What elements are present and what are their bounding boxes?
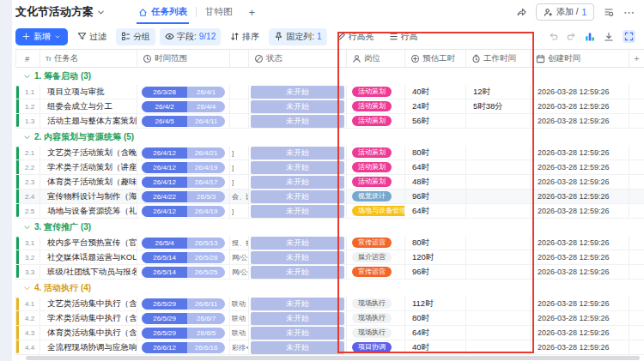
column-header-role[interactable]: 岗位 xyxy=(347,50,405,67)
cell-work-time[interactable] xyxy=(466,175,531,190)
cell-role[interactable]: 活动策划 xyxy=(347,160,405,175)
cell-role[interactable]: 现场执行 xyxy=(347,311,405,326)
add-view-button[interactable]: + xyxy=(241,6,264,19)
cell-status[interactable]: 未开始 xyxy=(249,114,347,129)
redo-button[interactable] xyxy=(567,32,576,41)
cell-date-range[interactable]: 26/4/1226/4/17 xyxy=(137,175,230,190)
cell-status[interactable]: 未开始 xyxy=(249,190,347,204)
cell-task-name[interactable]: 校内多平台预热宣传（官... xyxy=(40,236,137,250)
pin-columns-button[interactable]: 固定列: 1 xyxy=(269,28,326,45)
cell-estimated-hours[interactable]: 24时 xyxy=(405,99,466,114)
cell-role[interactable]: 活动策划 xyxy=(347,85,405,99)
cell-role[interactable]: 视觉设计 xyxy=(347,190,405,204)
cell-estimated-hours[interactable]: 40时 xyxy=(405,340,466,355)
cell-work-time[interactable] xyxy=(466,204,531,219)
cell-estimated-hours[interactable]: 64时 xyxy=(405,204,466,219)
cell-task-name[interactable]: 宣传物料设计与制作（海... xyxy=(40,190,137,204)
cell-estimated-hours[interactable]: 112时 xyxy=(405,297,466,311)
fullscreen-button[interactable] xyxy=(623,30,635,43)
cell-row-number[interactable]: 4.1 xyxy=(16,297,40,311)
cell-estimated-hours[interactable]: 64时 xyxy=(405,326,466,340)
cell-task-name[interactable]: 文艺类活动集中执行（含... xyxy=(40,297,137,311)
cell-created-time[interactable]: 2026-03-28 12:59:26 xyxy=(531,85,629,99)
cell-extra-text[interactable]: ] xyxy=(230,175,249,190)
cell-row-number[interactable]: 2.5 xyxy=(16,204,40,219)
cell-work-time[interactable] xyxy=(466,250,531,265)
cell-status[interactable]: 未开始 xyxy=(249,236,347,250)
cell-estimated-hours[interactable]: 48时 xyxy=(405,175,466,190)
cell-estimated-hours[interactable]: 56时 xyxy=(405,114,466,129)
horizontal-scrollbar[interactable] xyxy=(26,356,640,360)
cell-created-time[interactable]: 2026-03-28 12:59:26 xyxy=(531,114,629,129)
group-button[interactable]: 分组 xyxy=(116,28,155,45)
cell-extra-text[interactable]: 联动 xyxy=(230,326,249,340)
cell-date-range[interactable]: 26/5/1426/5/28 xyxy=(137,250,230,265)
cell-date-range[interactable]: 26/5/426/5/13 xyxy=(137,236,230,250)
column-header-num[interactable]: # xyxy=(16,50,40,67)
cell-status[interactable]: 未开始 xyxy=(249,297,347,311)
cell-extra-text[interactable]: 报、视 xyxy=(230,236,249,250)
cell-extra-text[interactable] xyxy=(230,114,249,129)
cell-task-name[interactable]: 学术类子活动策划（讲座... xyxy=(40,160,137,175)
cell-extra-text[interactable]: 网/公众 xyxy=(230,250,249,265)
filter-button[interactable]: 过滤 xyxy=(72,28,112,45)
cell-work-time[interactable] xyxy=(466,311,531,326)
cell-row-number[interactable]: 4.4 xyxy=(16,340,40,355)
cell-date-range[interactable]: 26/5/2926/6/5 xyxy=(137,326,230,340)
chart-button[interactable] xyxy=(585,32,595,42)
group-header[interactable]: 4. 活动执行 (4) xyxy=(12,280,644,297)
cell-work-time[interactable] xyxy=(466,265,531,280)
cell-status[interactable]: 未开始 xyxy=(249,85,347,99)
column-header-created[interactable]: 创建时间 xyxy=(531,50,629,67)
column-header-extra[interactable] xyxy=(230,50,249,67)
cell-row-number[interactable]: 2.4 xyxy=(16,190,40,204)
cell-task-name[interactable]: 学术类活动集中执行（含... xyxy=(40,311,137,326)
cell-status[interactable]: 未开始 xyxy=(249,99,347,114)
cell-task-name[interactable]: 社交媒体话题运营与KOL... xyxy=(40,250,137,265)
cell-status[interactable]: 未开始 xyxy=(249,326,347,340)
cell-estimated-hours[interactable]: 96时 xyxy=(405,190,466,204)
cell-task-name[interactable]: 体育类活动集中执行（含... xyxy=(40,326,137,340)
cell-created-time[interactable]: 2026-03-28 12:59:26 xyxy=(531,175,629,190)
cell-work-time[interactable]: 5时38分 xyxy=(466,99,531,114)
cell-row-number[interactable]: 3.2 xyxy=(16,250,40,265)
cell-date-range[interactable]: 26/5/2926/6/11 xyxy=(137,297,230,311)
row-height-button[interactable]: 行高 xyxy=(384,28,423,45)
download-button[interactable] xyxy=(604,32,614,42)
more-button[interactable]: ⋯ xyxy=(623,6,635,19)
cell-extra-text[interactable] xyxy=(230,99,249,114)
cell-role[interactable]: 媒介运营 xyxy=(347,250,405,265)
cell-role[interactable]: 活动策划 xyxy=(347,146,405,160)
tab-gantt[interactable]: 甘特图 xyxy=(197,0,241,24)
cell-date-range[interactable]: 26/4/2226/5/3 xyxy=(137,190,230,204)
cell-row-number[interactable]: 1.3 xyxy=(16,114,40,129)
cell-blank[interactable] xyxy=(629,114,644,129)
cell-blank[interactable] xyxy=(629,190,644,204)
cell-role[interactable]: 宣传运营 xyxy=(347,236,405,250)
cell-extra-text[interactable]: 联动 xyxy=(230,297,249,311)
cell-work-time[interactable] xyxy=(466,326,531,340)
cell-status[interactable]: 未开始 xyxy=(249,250,347,265)
cell-extra-text[interactable]: ] xyxy=(230,146,249,160)
cell-row-number[interactable]: 2.3 xyxy=(16,175,40,190)
cell-role[interactable]: 活动策划 xyxy=(347,99,405,114)
cell-row-number[interactable]: 3.3 xyxy=(16,265,40,280)
fields-button[interactable]: 字段: 9/12 xyxy=(160,28,221,45)
row-highlight-button[interactable]: 行高亮 xyxy=(331,28,380,45)
cell-work-time[interactable] xyxy=(466,146,531,160)
cell-created-time[interactable]: 2026-03-28 12:59:26 xyxy=(531,326,629,340)
cell-extra-text[interactable]: 网/公众 xyxy=(230,265,249,280)
cell-work-time[interactable] xyxy=(466,236,531,250)
column-header-work[interactable]: 工作时间 xyxy=(466,50,531,67)
cell-created-time[interactable]: 2026-03-28 12:59:26 xyxy=(531,160,629,175)
cell-work-time[interactable] xyxy=(466,114,531,129)
cell-created-time[interactable]: 2026-03-28 12:59:26 xyxy=(531,297,629,311)
cell-date-range[interactable]: 26/4/1226/4/19 xyxy=(137,204,230,219)
group-collapse-chevron-icon[interactable] xyxy=(23,224,31,232)
cell-extra-text[interactable] xyxy=(230,85,249,99)
cell-row-number[interactable]: 1.2 xyxy=(16,99,40,114)
cell-date-range[interactable]: 26/4/526/4/11 xyxy=(137,114,230,129)
cell-status[interactable]: 未开始 xyxy=(249,146,347,160)
cell-blank[interactable] xyxy=(629,146,644,160)
cell-task-name[interactable]: 体育类子活动策划（趣味... xyxy=(40,175,137,190)
